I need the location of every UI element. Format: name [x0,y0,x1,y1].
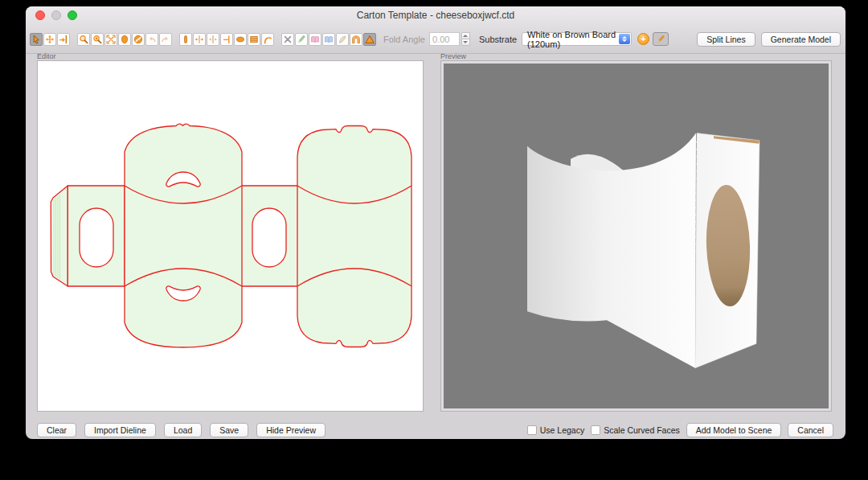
split-lines-button[interactable]: Split Lines [697,32,755,47]
toolbar-button-zoom-region[interactable] [91,33,104,46]
toolbar-button-book-pink[interactable] [309,33,321,46]
dieline-middle-panel [125,124,242,347]
toolbar: Fold Angle 0.00 Substrate White on Brown… [30,31,841,47]
scale-curved-faces-label: Scale Curved Faces [604,425,680,435]
feather-icon [338,35,347,44]
ellipse-tool-icon [235,35,245,44]
zoom-fit-icon [106,35,116,44]
hide-preview-button[interactable]: Hide Preview [256,423,326,437]
generate-model-button[interactable]: Generate Model [761,32,841,47]
titlebar[interactable]: Carton Template - cheeseboxjwcf.ctd [26,6,845,24]
zoom-icon [79,35,88,44]
use-legacy-label: Use Legacy [540,425,584,435]
dieline-glue-flap [51,186,68,286]
zoom-region-icon [92,35,102,44]
toolbar-button-panel-stack[interactable] [248,33,260,46]
save-button[interactable]: Save [210,423,248,437]
use-legacy-checkbox[interactable]: Use Legacy [527,425,584,435]
arc-tool-icon [263,35,272,44]
preview-canvas[interactable] [444,64,829,408]
dieline-right-panel [297,126,411,347]
split-lines-icon [208,35,218,44]
dieline-hole-side [80,208,113,267]
select-cursor-icon [31,35,41,44]
toolbar-button-undo[interactable] [145,33,158,46]
window-title: Carton Template - cheeseboxjwcf.ctd [26,10,845,21]
edit-substrate-button[interactable] [653,32,669,46]
fold-angle-field[interactable]: 0.00 [429,32,460,46]
fill-blob-icon [120,35,129,44]
toolbar-button-arc-tool[interactable] [261,33,274,46]
fold-bridge-icon [351,35,361,44]
toolbar-button-perpendicular[interactable] [220,33,233,46]
app-window: Carton Template - cheeseboxjwcf.ctd Fold… [26,6,845,439]
model-render [444,64,829,408]
import-dieline-button[interactable]: Import Dieline [84,423,156,437]
book-blue-icon [324,35,334,44]
toolbar-button-ellipse-tool[interactable] [234,33,247,46]
dieline-hole-strip [252,208,286,267]
redo-icon [161,35,170,44]
pencil-icon [656,35,665,44]
toolbar-button-fold-bridge[interactable] [350,33,362,46]
fold-angle-triangle-icon [365,35,375,44]
preview-panel [440,60,832,412]
toolbar-button-zoom[interactable] [77,33,90,46]
editor-panel-label: Editor [37,52,56,60]
toolbar-button-point-edit[interactable] [179,33,192,46]
toolbar-button-fold-angle-triangle[interactable] [363,33,376,46]
cancel-button[interactable]: Cancel [788,423,833,437]
add-model-to-scene-button[interactable]: Add Model to Scene [686,423,782,437]
toolbar-button-redo[interactable] [159,33,172,46]
footer-left-buttons: Clear Import Dieline Load Save Hide Prev… [37,423,326,437]
footer-right-controls: Use Legacy Scale Curved Faces Add Model … [527,423,833,437]
stepper-up-icon[interactable] [461,32,470,39]
toolbar-group-2 [179,33,275,46]
toolbar-group-3 [281,33,377,46]
toolbar-group-0 [30,33,71,46]
perpendicular-icon [222,35,231,44]
toolbar-button-mirror-horizontal[interactable] [193,33,206,46]
substrate-dropdown[interactable]: White on Brown Board (120um) [522,32,632,46]
toolbar-button-book-blue[interactable] [322,33,335,46]
toolbar-group-1 [77,33,173,46]
toolbar-button-split-lines[interactable] [207,33,219,46]
panel-stack-icon [249,35,259,44]
fold-angle-stepper[interactable] [461,32,470,46]
checkbox-icon[interactable] [591,425,600,435]
delete-cross-icon [283,35,293,44]
toolbar-button-pencil-green[interactable] [295,33,308,46]
book-pink-icon [310,35,320,44]
dieline-drawing [38,61,423,411]
mirror-horizontal-icon [194,35,204,44]
reset-view-icon [133,35,143,44]
load-button[interactable]: Load [164,423,202,437]
point-edit-icon [181,35,190,44]
substrate-dropdown-value: White on Brown Board (120um) [527,30,631,49]
toolbar-button-zoom-fit[interactable] [104,33,117,46]
stepper-down-icon[interactable] [461,39,470,46]
toolbar-button-edge-select[interactable] [57,33,70,46]
toolbar-button-feather[interactable] [336,33,349,46]
toolbar-button-select-cursor[interactable] [30,33,43,46]
window-header: Carton Template - cheeseboxjwcf.ctd Fold… [26,6,845,54]
checkbox-icon[interactable] [527,425,537,435]
toolbar-button-reset-view[interactable] [132,33,145,46]
toolbar-icon-groups [30,33,383,46]
toolbar-button-fill-blob[interactable] [118,33,131,46]
toolbar-button-delete-cross[interactable] [281,33,294,46]
pencil-green-icon [297,35,306,44]
scale-curved-faces-checkbox[interactable]: Scale Curved Faces [591,425,680,435]
undo-icon [147,35,157,44]
preview-panel-label: Preview [440,52,466,60]
editor-canvas[interactable] [37,60,424,412]
substrate-label: Substrate [479,35,517,44]
dropdown-arrows-icon [619,34,630,44]
pan-move-icon [45,35,55,44]
add-substrate-button[interactable]: + [637,33,649,45]
toolbar-button-pan-move[interactable] [43,33,56,46]
edge-select-icon [59,35,68,44]
clear-button[interactable]: Clear [37,423,76,437]
fold-angle-label: Fold Angle [383,35,425,44]
